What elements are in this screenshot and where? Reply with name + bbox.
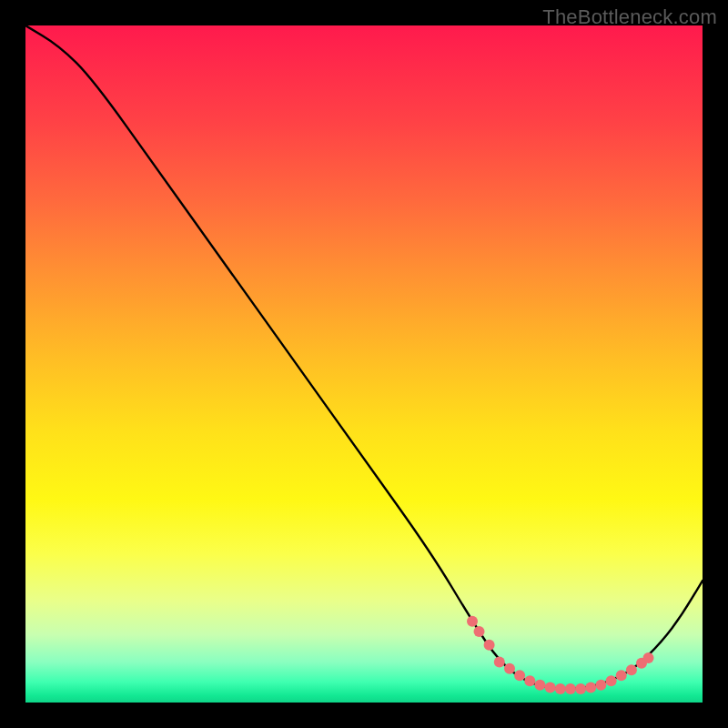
highlight-dot	[555, 683, 566, 694]
highlight-dot	[643, 652, 654, 663]
highlight-dot	[585, 682, 596, 693]
highlight-dot	[626, 664, 637, 675]
highlight-dot	[504, 663, 515, 674]
plot-area	[25, 25, 703, 703]
highlight-dot	[575, 683, 586, 694]
watermark-text: TheBottleneck.com	[542, 5, 717, 29]
highlight-dot	[595, 680, 606, 691]
highlight-dot	[474, 626, 485, 637]
highlight-dot	[524, 675, 535, 686]
highlight-dot	[545, 682, 556, 693]
highlight-dot	[606, 675, 617, 686]
highlight-dot	[616, 670, 627, 681]
curve-path	[25, 25, 703, 689]
highlight-dot	[565, 683, 576, 694]
highlight-dot	[514, 670, 525, 681]
highlight-dot	[494, 656, 505, 667]
highlight-dot	[484, 640, 495, 651]
chart-svg	[25, 25, 703, 703]
highlight-dot	[467, 616, 478, 627]
highlight-dot	[534, 680, 545, 691]
